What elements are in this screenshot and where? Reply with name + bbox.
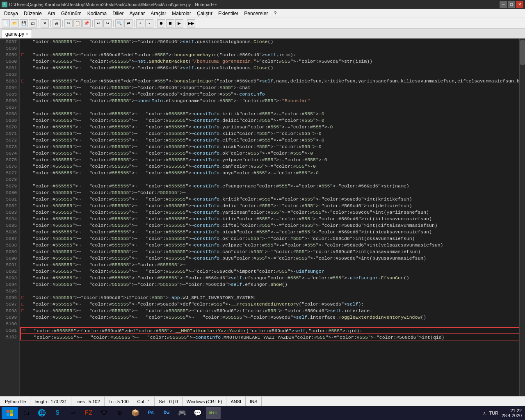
- code-line-5078[interactable]: [20, 176, 519, 183]
- menu-kodlama[interactable]: Kodlama: [85, 10, 109, 17]
- taskbar-unknown1[interactable]: ⚙: [112, 407, 127, 419]
- code-line-5092[interactable]: "color:#555555">→ "color:#555555">→ "col…: [20, 268, 519, 275]
- scroll-thumb[interactable]: [520, 40, 525, 65]
- menu-help[interactable]: ?: [271, 10, 279, 17]
- taskbar-unknown2[interactable]: 📦: [128, 407, 143, 419]
- code-line-5096[interactable]: □ "color:#555555">→"color:#569cd6">if"co…: [20, 294, 519, 301]
- run-button[interactable]: ▶▶: [187, 19, 195, 27]
- code-line-5062[interactable]: [20, 71, 519, 78]
- code-line-5088[interactable]: "color:#555555">→ "color:#555555">→ "col…: [20, 242, 519, 249]
- taskbar-back[interactable]: ↩: [66, 407, 80, 419]
- new-button[interactable]: 📄: [2, 19, 10, 27]
- code-line-5090[interactable]: "color:#555555">→ "color:#555555">→ "col…: [20, 255, 519, 262]
- restore-button[interactable]: □: [508, 1, 515, 8]
- copy-button[interactable]: 📋: [73, 19, 82, 27]
- zoom-out-button[interactable]: -: [145, 19, 153, 27]
- code-line-5100[interactable]: [20, 321, 519, 327]
- code-line-5065[interactable]: "color:#555555">→ "color:#555555">→"colo…: [20, 91, 519, 98]
- code-scroll[interactable]: "color:#555555">→ "color:#555555">→"colo…: [20, 39, 519, 396]
- vertical-scrollbar[interactable]: [519, 39, 525, 396]
- code-line-5095[interactable]: [20, 288, 519, 294]
- open-button[interactable]: 📂: [11, 19, 19, 27]
- fold-indicator-5097[interactable]: □: [21, 301, 24, 307]
- code-line-5064[interactable]: "color:#555555">→ "color:#555555">→"colo…: [20, 84, 519, 91]
- close-button[interactable]: ✕: [516, 1, 523, 8]
- code-line-5087[interactable]: "color:#555555">→ "color:#555555">→ "col…: [20, 235, 519, 242]
- start-button[interactable]: [2, 407, 18, 419]
- code-line-5059[interactable]: □ "color:#555555">→"color:#569cd6">def"c…: [20, 52, 519, 58]
- code-line-5079[interactable]: "color:#555555">→ "color:#555555">→ "col…: [20, 183, 519, 189]
- code-line-5082[interactable]: "color:#555555">→ "color:#555555">→ "col…: [20, 203, 519, 209]
- menu-araclar[interactable]: Araçlar: [148, 10, 169, 17]
- macro-stop-button[interactable]: ⏹: [166, 19, 174, 27]
- fold-indicator-5096[interactable]: □: [21, 295, 24, 300]
- code-line-5102[interactable]: "color:#555555">→ "color:#555555">→ "col…: [20, 334, 519, 340]
- macro-play-button[interactable]: ▶: [175, 19, 183, 27]
- code-line-5063[interactable]: □ "color:#555555">→"color:#569cd6">def"c…: [20, 78, 519, 84]
- code-line-5071[interactable]: "color:#555555">→ "color:#555555">→ "col…: [20, 130, 519, 137]
- code-line-5080[interactable]: "color:#555555">→ "color:#555555">→"colo…: [20, 189, 519, 196]
- code-line-5086[interactable]: "color:#555555">→ "color:#555555">→ "col…: [20, 229, 519, 235]
- code-line-5084[interactable]: "color:#555555">→ "color:#555555">→ "col…: [20, 216, 519, 222]
- macro-rec-button[interactable]: ⏺: [157, 19, 165, 27]
- code-line-5097[interactable]: □ "color:#555555">→ "color:#555555">→"co…: [20, 301, 519, 308]
- menu-gorunum[interactable]: Görünüm: [59, 10, 84, 17]
- code-line-5083[interactable]: "color:#555555">→ "color:#555555">→ "col…: [20, 209, 519, 216]
- fold-indicator-5063[interactable]: □: [21, 78, 24, 84]
- replace-button[interactable]: ⇄: [124, 19, 132, 27]
- code-line-5085[interactable]: "color:#555555">→ "color:#555555">→ "col…: [20, 222, 519, 229]
- code-line-5094[interactable]: "color:#555555">→ "color:#555555">→"colo…: [20, 281, 519, 288]
- code-line-5101[interactable]: □ "color:#555555">→"color:#569cd6">def"c…: [20, 327, 519, 334]
- code-line-5074[interactable]: "color:#555555">→ "color:#555555">→ "col…: [20, 150, 519, 157]
- menu-ayarlar[interactable]: Ayarlar: [127, 10, 147, 17]
- print-button[interactable]: 🖨: [52, 19, 61, 27]
- menu-calistir[interactable]: Çalıştır: [194, 10, 215, 17]
- code-line-5061[interactable]: "color:#555555">→ "color:#555555">→"colo…: [20, 65, 519, 71]
- tab-game-py[interactable]: game.py ×: [2, 29, 32, 38]
- code-line-5073[interactable]: "color:#555555">→ "color:#555555">→ "col…: [20, 144, 519, 150]
- cut-button[interactable]: ✂: [64, 19, 73, 27]
- fold-indicator-5098[interactable]: □: [21, 308, 24, 313]
- taskbar-chrome[interactable]: 🌐: [34, 407, 49, 419]
- code-line-5067[interactable]: [20, 104, 519, 111]
- code-line-5057[interactable]: "color:#555555">→ "color:#555555">→"colo…: [20, 39, 519, 45]
- code-line-5058[interactable]: [20, 45, 519, 52]
- menu-makrolar[interactable]: Makrolar: [169, 10, 194, 17]
- code-line-5076[interactable]: "color:#555555">→ "color:#555555">→ "col…: [20, 163, 519, 170]
- taskbar-explorer[interactable]: 🗂: [19, 407, 34, 419]
- find-button[interactable]: 🔍: [115, 19, 123, 27]
- code-line-5081[interactable]: "color:#555555">→ "color:#555555">→ "col…: [20, 196, 519, 203]
- code-line-5068[interactable]: "color:#555555">→ "color:#555555">→ "col…: [20, 111, 519, 117]
- code-line-5072[interactable]: "color:#555555">→ "color:#555555">→ "col…: [20, 137, 519, 144]
- tab-close-button[interactable]: ×: [26, 32, 28, 36]
- code-line-5093[interactable]: "color:#555555">→ "color:#555555">→"colo…: [20, 275, 519, 281]
- taskbar-discord[interactable]: 💬: [190, 407, 205, 419]
- menu-duzenle[interactable]: Düzenle: [21, 10, 44, 17]
- code-line-5089[interactable]: "color:#555555">→ "color:#555555">→ "col…: [20, 249, 519, 255]
- redo-button[interactable]: ↪: [103, 19, 112, 27]
- zoom-in-button[interactable]: +: [136, 19, 144, 27]
- taskbar-dreamweaver[interactable]: Dw: [159, 407, 174, 419]
- menu-diller[interactable]: Diller: [110, 10, 126, 17]
- save-all-button[interactable]: 🗂: [29, 19, 37, 27]
- taskbar-skype[interactable]: S: [50, 407, 65, 419]
- fold-indicator-5101[interactable]: □: [23, 328, 25, 333]
- code-line-5075[interactable]: "color:#555555">→ "color:#555555">→ "col…: [20, 157, 519, 163]
- code-line-5066[interactable]: "color:#555555">→ "color:#555555">→const…: [20, 98, 519, 104]
- menu-eklentiler[interactable]: Eklentiler: [216, 10, 241, 17]
- menu-ara[interactable]: Ara: [45, 10, 58, 17]
- code-line-5091[interactable]: "color:#555555">→ "color:#555555">→"colo…: [20, 262, 519, 268]
- paste-button[interactable]: 📌: [82, 19, 91, 27]
- taskbar-notepad[interactable]: N++: [206, 407, 221, 419]
- taskbar-unity[interactable]: 🎮: [175, 407, 189, 419]
- code-line-5069[interactable]: "color:#555555">→ "color:#555555">→ "col…: [20, 117, 519, 124]
- taskbar-photoshop[interactable]: Ps: [144, 407, 158, 419]
- title-bar-buttons[interactable]: ─ □ ✕: [500, 1, 523, 8]
- close-button-t[interactable]: ✕: [41, 19, 49, 27]
- minimize-button[interactable]: ─: [500, 1, 507, 8]
- save-button[interactable]: 💾: [20, 19, 28, 27]
- code-line-5099[interactable]: "color:#555555">→ "color:#555555">→ "col…: [20, 314, 519, 321]
- menu-dosya[interactable]: Dosya: [2, 10, 21, 17]
- menu-pencereler[interactable]: Pencereler: [242, 10, 270, 17]
- taskbar-shield[interactable]: 🛡: [97, 407, 112, 419]
